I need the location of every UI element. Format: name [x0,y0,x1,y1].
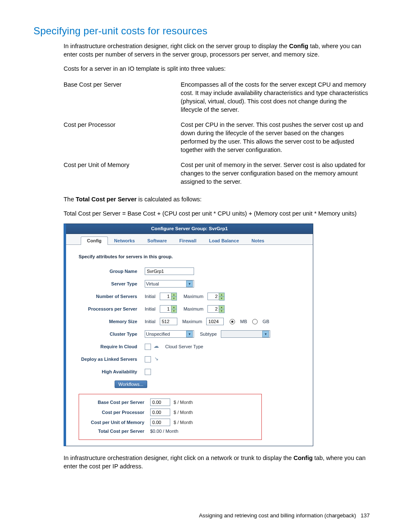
mem-cost-input[interactable] [150,419,170,426]
base-cost-input[interactable] [150,398,170,406]
ha-checkbox[interactable] [145,369,151,375]
specify-text: Specify attributes for servers in this g… [79,254,304,259]
intro-paragraph-1: In infrastructure orchestration designer… [64,42,370,59]
group-name-input[interactable] [145,267,194,275]
closing-paragraph: In infrastructure orchestration designer… [64,454,370,470]
cost-section: Base Cost per Server $ / Month Cost per … [79,394,262,440]
maximum-label: Maximum [184,294,205,299]
definition-desc: Encompasses all of the costs for the ser… [181,79,370,119]
link-icon [153,356,160,362]
cloud-server-type-label: Cloud Server Type [165,344,203,349]
cost-unit: $ / Month [174,400,193,405]
num-servers-initial-stepper[interactable]: ▴▾ [160,293,177,301]
mem-initial-input[interactable] [160,318,177,325]
base-cost-label: Base Cost per Server [82,400,150,405]
intro-paragraph-2: Costs for a server in an IO template is … [64,64,370,73]
group-name-label: Group Name [79,269,145,274]
spin-up-icon[interactable]: ▴ [171,306,176,309]
section-heading: Specifying per-unit costs for resources [4,25,370,37]
tab-networks[interactable]: Networks [108,236,141,245]
cluster-value: Unspecified [146,332,170,337]
page-footer: Assigning and retrieving cost and billin… [33,512,370,519]
server-type-value: Virtual [146,281,159,286]
ha-label: High Availability [79,369,145,374]
processors-label: Processors per Server [79,306,145,311]
text: In infrastructure orchestration designer… [64,455,294,461]
cluster-select[interactable]: Unspecified ▾ [145,330,194,338]
spin-up-icon[interactable]: ▴ [171,293,176,296]
num-servers-initial-input[interactable] [160,293,171,300]
chevron-down-icon: ▾ [186,280,193,287]
spin-up-icon[interactable]: ▴ [219,293,224,296]
spin-up-icon[interactable]: ▴ [219,306,224,309]
num-servers-max-stepper[interactable]: ▴▾ [207,293,225,301]
definition-term: Base Cost per Server [64,79,181,119]
num-servers-max-input[interactable] [207,293,219,300]
definitions-table: Base Cost per Server Encompasses all of … [64,79,370,191]
initial-label: Initial [145,306,157,311]
proc-initial-input[interactable] [160,305,171,313]
mb-label: MB [240,319,247,324]
gb-radio[interactable] [252,319,258,324]
subtype-label: Subtype [200,332,218,337]
memory-label: Memory Size [79,319,145,324]
server-type-select[interactable]: Virtual ▾ [145,280,194,288]
server-type-label: Server Type [79,281,145,286]
initial-label: Initial [145,294,157,299]
definition-term: Cost per Unit of Memory [64,159,181,191]
total-cost-intro: The Total Cost per Server is calculated … [64,195,370,203]
config-dialog: Configure Server Group: SvrGrp1 Config N… [64,224,313,446]
config-bold: Config [289,43,308,49]
text: is calculated as follows: [137,196,202,203]
mem-max-input[interactable] [206,318,224,325]
spin-down-icon[interactable]: ▾ [171,309,176,313]
proc-max-input[interactable] [207,305,219,313]
cluster-label: Cluster Type [79,332,145,337]
gb-label: GB [263,319,269,324]
text: In infrastructure orchestration designer… [64,43,289,49]
require-cloud-checkbox[interactable] [145,344,151,350]
tab-software[interactable]: Software [141,236,173,245]
definition-term: Cost per Processor [64,119,181,159]
deploy-linked-label: Deploy as Linked Servers [79,357,145,362]
tab-firewall[interactable]: Firewall [173,236,203,245]
total-cost-value: $0.00 / Month [150,429,178,434]
tab-notes[interactable]: Notes [245,236,271,245]
config-bold: Config [294,455,313,461]
dialog-body: Specify attributes for servers in this g… [66,245,313,446]
cost-unit: $ / Month [174,420,193,425]
text: The [64,196,76,203]
mem-cost-label: Cost per Unit of Memory [82,420,150,425]
chevron-down-icon: ▾ [262,331,269,337]
maximum-label: Maximum [184,306,205,311]
workflows-button[interactable]: Workflows... [115,380,147,388]
num-servers-label: Number of Servers [79,294,145,299]
total-cost-bold: Total Cost per Server [76,196,137,203]
proc-max-stepper[interactable]: ▴▾ [207,305,225,313]
cost-unit: $ / Month [174,410,193,415]
cloud-icon [153,344,160,350]
require-cloud-label: Require In Cloud [79,344,145,349]
tab-config[interactable]: Config [81,236,108,245]
chevron-down-icon: ▾ [186,331,193,337]
definition-desc: Cost per CPU in the server. This cost pu… [181,119,370,159]
tab-load-balance[interactable]: Load Balance [203,236,246,245]
total-cost-label: Total Cost per Server [82,429,150,434]
definition-row: Base Cost per Server Encompasses all of … [64,79,370,119]
dialog-title: Configure Server Group: SvrGrp1 [66,224,313,234]
spin-down-icon[interactable]: ▾ [171,296,176,300]
definition-row: Cost per Processor Cost per CPU in the s… [64,119,370,159]
deploy-linked-checkbox[interactable] [145,356,151,362]
spin-down-icon[interactable]: ▾ [219,296,224,300]
dialog-tabs: Config Networks Software Firewall Load B… [66,234,313,245]
mb-radio[interactable] [230,319,235,324]
footer-text: Assigning and retrieving cost and billin… [199,512,356,519]
subtype-select[interactable]: ▾ [221,330,270,338]
maximum-label: Maximum [182,319,204,324]
proc-initial-stepper[interactable]: ▴▾ [160,305,177,313]
proc-cost-input[interactable] [150,409,170,416]
formula: Total Cost per Server = Base Cost + (CPU… [64,209,370,218]
definition-desc: Cost per unit of memory in the server. S… [181,159,370,191]
proc-cost-label: Cost per Processor [82,410,150,415]
spin-down-icon[interactable]: ▾ [219,309,224,313]
